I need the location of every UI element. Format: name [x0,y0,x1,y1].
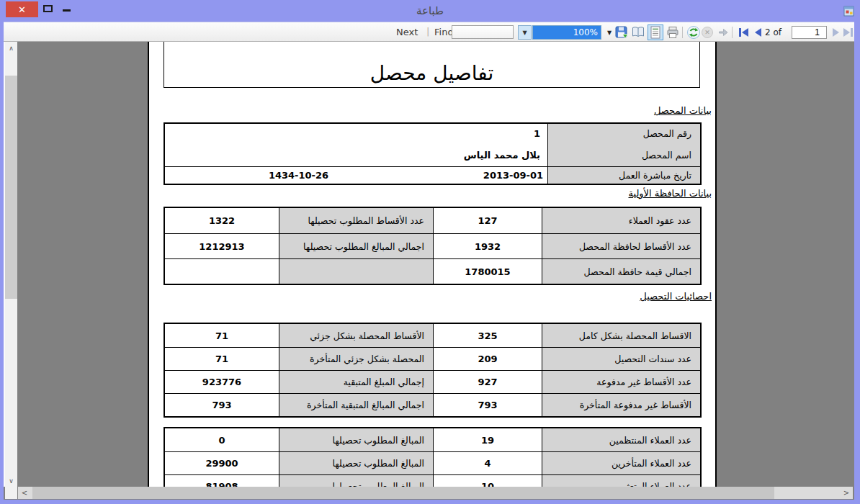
table-label-cell: اجمالي قيمة حافظة المحصل [542,259,700,284]
table-value-cell: 2013-09-01 [432,167,547,184]
previous-page-button[interactable] [755,28,761,37]
table-value-cell: 127 [434,208,542,233]
find-next-button[interactable]: Next [396,27,418,37]
table-row: 71المحصلة بشكل جزئي المتأخرة209عدد سندات… [165,347,700,370]
next-page-button[interactable] [833,28,839,37]
table-value-cell [165,259,279,284]
window-content: Next | Find ▼ 100% ▼ [4,22,854,500]
table-label-cell: عدد الأقساط غير مدفوعة [542,371,700,393]
table-value-cell: 923776 [165,371,279,393]
table-row: 1780015اجمالي قيمة حافظة المحصل [165,258,700,284]
scroll-right-button[interactable]: > [840,487,853,499]
table-label-cell: المبالغ المطلوب تحصيلها [279,452,434,474]
toolbar-separator [732,27,733,38]
table-label-cell: اجمالي المبالغ المطلوب تحصيلها [279,234,434,258]
forward-arrow-icon [720,30,728,36]
table-row: 793اجمالي المبالغ المتبقية المتأخرة793ال… [165,393,700,416]
table-row: 0المبالغ المطلوب تحصيلها19عدد العملاء ال… [165,428,700,451]
table-value-cell: 209 [434,348,542,370]
find-button[interactable]: Find [434,27,454,37]
portfolio-table: 1322عدد الأقساط المطلوب تحصيلها127عدد عق… [164,207,702,285]
table-row: 923776إجمالي المبلغ المتبقية927عدد الأقس… [165,370,700,393]
table-value-cell: 1780015 [434,259,542,284]
table-value-cell: 10 [434,475,542,487]
page-number-input[interactable] [792,26,827,39]
table-label-cell: اجمالي المبالغ المتبقية المتأخرة [279,394,434,416]
titlebar: ✕ طباعة [0,0,860,22]
scroll-down-button[interactable]: ∨ [5,474,17,487]
horizontal-scroll-thumb[interactable] [32,487,774,499]
print-layout-toggle[interactable] [648,24,663,40]
zoom-dropdown-button[interactable]: ▼ [518,25,532,40]
table-value-cell: 1212913 [165,234,279,258]
cancel-icon: ✕ [704,29,710,36]
table-value-cell: 793 [165,394,279,416]
refresh-button[interactable] [686,25,701,40]
section-heading-collector: بيانات المحصل [654,105,712,116]
toolbar-separator: | [426,26,429,37]
printer-icon [669,27,676,31]
export-save-button[interactable] [614,25,629,40]
table-value-cell: 927 [434,371,542,393]
chevron-down-icon: ▼ [522,30,527,36]
table-value-cell: 1932 [434,234,542,258]
scroll-left-button[interactable]: < [18,487,31,499]
page-setup-button[interactable] [631,25,645,40]
report-title-box: تفاصيل محصل [164,42,700,88]
table-label-cell: المحصلة بشكل جزئي المتأخرة [279,348,434,370]
table-value-cell: 0 [165,428,279,451]
table-row: 29900المبالغ المطلوب تحصيلها4عدد العملاء… [165,451,700,474]
forward-button [717,27,729,38]
previous-page-icon [755,28,761,37]
export-dropdown-icon[interactable]: ▼ [607,30,612,36]
section-heading-stats: احصائيات التحصيل [640,291,712,302]
table-value-cell: 29900 [165,452,279,474]
scroll-left-icon: < [22,489,27,497]
zoom-input[interactable]: 100% [532,25,601,40]
cancel-button: ✕ [702,27,713,38]
vertical-scrollbar[interactable]: ∧ ∨ [5,42,17,487]
find-input[interactable] [452,25,514,39]
table-label-cell: عدد العملاء المتعثرين [542,475,700,487]
table-label-cell: عدد الأقساط المطلوب تحصيلها [279,208,434,233]
table-label-cell: الاقساط المحصلة بشكل كامل [542,324,700,347]
report-page: تفاصيل محصل بيانات المحصل 1 بلال محمد ال… [148,42,717,487]
print-button[interactable] [666,25,680,40]
table-label-cell: الأقساط المحصلة بشكل جزئي [279,324,434,347]
scroll-right-icon: > [843,489,849,497]
scroll-down-icon: ∨ [9,477,14,485]
first-page-button[interactable] [739,28,748,37]
table-label-cell: رقم المحصل [548,124,700,143]
page-total-label: 2 of [765,27,781,37]
table-value-cell: 1322 [165,208,279,233]
table-value-cell: 19 [434,428,542,451]
table-label-cell: عدد العملاء المنتظمين [542,428,700,451]
table-label-cell: الأقساط غير مدفوعة المتأخرة [542,394,700,416]
section-heading-portfolio: بيانات الحافظة الأولية [628,188,712,199]
stats-table: 71الأقساط المحصلة بشكل جزئي325الاقساط ال… [164,323,702,418]
table-value-cell: بلال محمد الياس [165,143,547,166]
table-value-cell: 4 [434,452,542,474]
first-page-icon [739,28,741,37]
table-label-cell: عدد العملاء المتأخرين [542,452,700,474]
table-value-cell: 1 [165,124,547,143]
preview-area: تفاصيل محصل بيانات المحصل 1 بلال محمد ال… [4,42,854,500]
table-value-cell: 81908 [165,475,279,487]
page-layout-icon [650,26,661,39]
table-label-cell: عدد عقود العملاء [542,208,700,233]
last-page-button[interactable] [843,28,853,37]
vertical-scroll-thumb[interactable] [5,76,17,299]
scrollbar-corner [5,487,17,499]
table-label-cell: اسم المحصل [548,143,700,166]
table-value-cell: 325 [434,324,542,347]
table-row: 71الأقساط المحصلة بشكل جزئي325الاقساط ال… [165,324,700,347]
next-page-icon [833,28,839,37]
scroll-up-button[interactable]: ∧ [5,42,17,54]
horizontal-scrollbar[interactable]: < > [18,487,853,499]
table-label-cell: عدد الأقساط لحافظة المحصل [542,234,700,258]
report-toolbar: Next | Find ▼ 100% ▼ [4,22,854,42]
table-label-cell [279,259,434,284]
table-value-cell: 1434-10-26 [165,167,432,184]
table-row: 81908المبالغ المطلوب تحصيلها10عدد العملا… [165,474,700,487]
table-label-cell: إجمالي المبلغ المتبقية [279,371,434,393]
